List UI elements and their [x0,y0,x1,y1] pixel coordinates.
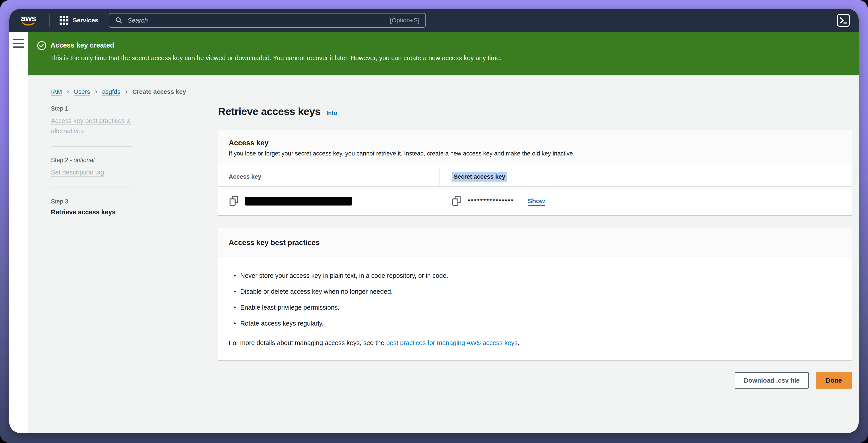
page-title: Retrieve access keys [218,105,321,117]
main-column: Retrieve access keys Info Access key If … [218,105,852,388]
list-item: Disable or delete access key when no lon… [229,287,841,296]
best-practices-card-title: Access key best practices [229,238,841,247]
download-csv-button[interactable]: Download .csv file [735,372,809,388]
step1-caption: Step 1 [51,105,132,112]
show-secret-link[interactable]: Show [528,198,545,205]
breadcrumb: IAM › Users › asgfds › Create access key [51,88,852,96]
steps-divider [51,146,132,147]
info-link[interactable]: Info [327,110,337,116]
step3-caption: Step 3 [51,198,132,205]
banner-message: This is the only time that the secret ac… [50,54,845,62]
access-key-card-title: Access key [229,139,841,147]
steps-divider [51,188,132,188]
access-key-row: *************** Show [218,187,852,215]
step2-caption: Step 2 - optional [51,157,132,164]
best-practices-doc-link[interactable]: best practices for managing AWS access k… [386,339,518,346]
list-item: Rotate access keys regularly. [229,319,841,328]
global-search[interactable]: [Option+S] [109,13,426,28]
wizard-actions: Download .csv file Done [218,372,852,388]
access-key-table: Access key Secret access key [218,167,852,215]
copy-secret-key-icon[interactable] [452,196,462,207]
best-practices-card: Access key best practices Never store yo… [218,228,852,360]
access-key-card-description: If you lose or forget your secret access… [229,150,841,157]
step2-link[interactable]: Set description tag [51,167,132,177]
search-shortcut-hint: [Option+S] [390,17,420,24]
access-key-column-header: Access key [229,173,261,180]
search-input[interactable] [128,17,390,24]
step2-optional-label: optional [73,157,95,164]
success-check-icon [37,41,46,50]
hamburger-menu-button[interactable] [13,39,24,48]
screenshot-frame: aws Services [Option+S] [0,0,868,443]
breadcrumb-user-link[interactable]: asgfds [102,88,120,95]
list-item: Enable least-privilege permissions. [229,303,841,312]
cloudshell-button[interactable] [837,14,850,27]
topbar-divider [50,14,50,27]
access-key-card: Access key If you lose or forget your se… [218,130,852,215]
aws-logo[interactable]: aws [21,14,36,26]
services-label: Services [73,17,98,24]
best-practices-footer: For more details about managing access k… [229,339,841,347]
left-nav-rail [9,32,28,433]
banner-title: Access key created [51,41,114,50]
aws-logo-text: aws [21,14,36,22]
wizard-steps-nav: Step 1 Access key best practices & alter… [51,105,132,388]
breadcrumb-iam-link[interactable]: IAM [51,88,62,95]
done-button[interactable]: Done [816,372,852,388]
step1-link[interactable]: Access key best practices & alternatives [51,116,132,136]
services-menu-button[interactable]: Services [60,16,98,25]
breadcrumb-separator-icon: › [95,88,97,95]
breadcrumb-current: Create access key [132,88,186,95]
cloudshell-terminal-icon [838,15,849,26]
copy-access-key-icon[interactable] [229,196,239,207]
aws-smile-icon [22,22,35,26]
access-key-redacted-value [245,197,352,205]
secret-access-key-column-header: Secret access key [452,172,507,181]
list-item: Never store your access key in plain tex… [229,271,841,280]
best-practices-list: Never store your access key in plain tex… [229,271,841,328]
success-flashbar: Access key created This is the only time… [28,32,859,75]
breadcrumb-separator-icon: › [125,88,127,95]
breadcrumb-users-link[interactable]: Users [74,88,90,95]
aws-top-nav: aws Services [Option+S] [9,9,859,32]
step3-current-label: Retrieve access keys [51,209,132,216]
breadcrumb-separator-icon: › [67,88,69,95]
secret-key-masked-value: *************** [468,198,514,205]
page-content: IAM › Users › asgfds › Create access key… [28,75,859,433]
browser-window: aws Services [Option+S] [9,9,859,433]
services-grid-icon [60,16,68,25]
search-icon [115,16,123,24]
